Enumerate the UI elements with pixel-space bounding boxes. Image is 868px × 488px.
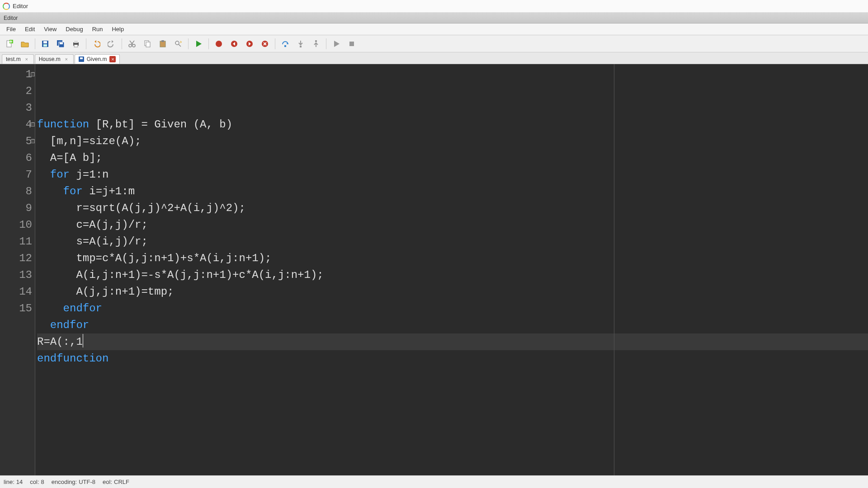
window-title: Editor bbox=[13, 3, 28, 9]
line-number[interactable]: 7 bbox=[0, 166, 32, 183]
line-number[interactable]: 11 bbox=[0, 233, 32, 250]
svg-rect-3 bbox=[43, 41, 47, 43]
line-number[interactable]: 12 bbox=[0, 250, 32, 267]
svg-rect-16 bbox=[161, 40, 164, 42]
save-all-button[interactable] bbox=[54, 37, 67, 51]
paste-button[interactable] bbox=[156, 37, 170, 51]
menu-edit[interactable]: Edit bbox=[20, 24, 39, 34]
cut-button[interactable] bbox=[125, 37, 139, 51]
menu-debug[interactable]: Debug bbox=[61, 24, 87, 34]
close-icon[interactable]: × bbox=[24, 56, 30, 62]
code-line[interactable]: A(j,j:n+1)=tmp; bbox=[37, 283, 868, 300]
tab-house-m[interactable]: House.m× bbox=[35, 54, 74, 64]
find-replace-button[interactable] bbox=[171, 37, 185, 51]
toolbar-separator bbox=[86, 38, 86, 49]
code-line[interactable]: endfunction bbox=[37, 350, 868, 367]
svg-rect-9 bbox=[74, 41, 78, 43]
status-col-value: 8 bbox=[41, 479, 44, 485]
toolbar bbox=[0, 35, 868, 52]
line-number[interactable]: 3 bbox=[0, 99, 32, 116]
code-editor[interactable]: 123456789101112131415 function [R,bt] = … bbox=[0, 64, 868, 475]
tab-label: test.m bbox=[6, 56, 21, 62]
line-number[interactable]: 6 bbox=[0, 150, 32, 166]
menu-view[interactable]: View bbox=[39, 24, 61, 34]
line-number[interactable]: 13 bbox=[0, 267, 32, 283]
code-line[interactable]: function [R,bt] = Given (A, b) bbox=[37, 116, 868, 133]
new-file-button[interactable] bbox=[3, 37, 16, 51]
code-line[interactable]: for j=1:n bbox=[37, 166, 868, 183]
menu-help[interactable]: Help bbox=[107, 24, 128, 34]
line-number[interactable]: 14 bbox=[0, 283, 32, 300]
breakpoint-prev-button[interactable] bbox=[227, 37, 241, 51]
stop-button[interactable] bbox=[345, 37, 359, 51]
code-line[interactable]: endfor bbox=[37, 300, 868, 317]
svg-point-17 bbox=[175, 41, 179, 45]
undo-button[interactable] bbox=[90, 37, 103, 51]
open-file-button[interactable] bbox=[18, 37, 32, 51]
status-eol: eol: CRLF bbox=[103, 479, 129, 485]
menu-file[interactable]: File bbox=[2, 24, 20, 34]
breakpoint-button[interactable] bbox=[212, 37, 226, 51]
line-number[interactable]: 8 bbox=[0, 183, 32, 200]
code-line[interactable]: R=A(:,1 bbox=[37, 333, 868, 350]
fold-marker-icon[interactable] bbox=[31, 139, 35, 143]
line-number[interactable]: 2 bbox=[0, 83, 32, 99]
tab-test-m[interactable]: test.m× bbox=[2, 54, 34, 64]
code-line[interactable]: c=A(j,j)/r; bbox=[37, 216, 868, 233]
fold-marker-icon[interactable] bbox=[31, 122, 35, 127]
close-icon[interactable]: × bbox=[63, 56, 70, 62]
tab-given-m[interactable]: Given.m× bbox=[75, 54, 120, 64]
app-icon bbox=[3, 3, 10, 10]
code-line[interactable]: s=A(i,j)/r; bbox=[37, 233, 868, 250]
line-number[interactable]: 1 bbox=[0, 66, 32, 83]
code-line[interactable]: r=sqrt(A(j,j)^2+A(i,j)^2); bbox=[37, 200, 868, 216]
continue-button[interactable] bbox=[330, 37, 343, 51]
code-line[interactable]: for i=j+1:m bbox=[37, 183, 868, 200]
code-line[interactable]: A(i,j:n+1)=-s*A(j,j:n+1)+c*A(i,j:n+1); bbox=[37, 267, 868, 283]
code-area[interactable]: function [R,bt] = Given (A, b) [m,n]=siz… bbox=[35, 64, 868, 475]
window-title-bar: Editor bbox=[0, 0, 868, 13]
copy-button[interactable] bbox=[141, 37, 154, 51]
code-line[interactable]: endfor bbox=[37, 317, 868, 333]
run-button[interactable] bbox=[192, 37, 205, 51]
code-line[interactable]: A=[A b]; bbox=[37, 150, 868, 166]
svg-rect-25 bbox=[349, 42, 354, 46]
dock-title: Editor bbox=[4, 15, 18, 21]
save-icon bbox=[79, 56, 84, 62]
svg-rect-22 bbox=[284, 45, 286, 47]
step-over-button[interactable] bbox=[278, 37, 292, 51]
dock-header[interactable]: Editor bbox=[0, 13, 868, 23]
toolbar-separator bbox=[122, 38, 122, 49]
status-col: col: 8 bbox=[30, 479, 44, 485]
svg-point-18 bbox=[216, 41, 222, 47]
redo-button[interactable] bbox=[105, 37, 118, 51]
line-number[interactable]: 15 bbox=[0, 300, 32, 317]
svg-rect-14 bbox=[146, 42, 150, 47]
toolbar-separator bbox=[326, 38, 326, 49]
status-col-label: col: bbox=[30, 479, 39, 485]
tab-bar: test.m×House.m×Given.m× bbox=[0, 52, 868, 64]
toolbar-separator bbox=[275, 38, 275, 49]
status-encoding-value: UTF-8 bbox=[79, 479, 95, 485]
line-number[interactable]: 4 bbox=[0, 116, 32, 133]
svg-rect-4 bbox=[43, 44, 47, 47]
column-ruler bbox=[614, 64, 614, 475]
toolbar-separator bbox=[188, 38, 189, 49]
line-number[interactable]: 9 bbox=[0, 200, 32, 216]
fold-marker-icon[interactable] bbox=[31, 72, 35, 76]
close-icon[interactable]: × bbox=[109, 56, 116, 62]
print-button[interactable] bbox=[69, 37, 83, 51]
menu-run[interactable]: Run bbox=[88, 24, 108, 34]
step-into-button[interactable] bbox=[294, 37, 307, 51]
tab-label: House.m bbox=[39, 56, 61, 62]
step-out-button[interactable] bbox=[309, 37, 323, 51]
breakpoint-next-button[interactable] bbox=[243, 37, 256, 51]
save-button[interactable] bbox=[38, 37, 52, 51]
svg-rect-23 bbox=[300, 46, 302, 47]
line-number[interactable]: 10 bbox=[0, 216, 32, 233]
status-line-value: 14 bbox=[16, 479, 23, 485]
breakpoint-clear-button[interactable] bbox=[258, 37, 272, 51]
code-line[interactable]: [m,n]=size(A); bbox=[37, 133, 868, 150]
line-number[interactable]: 5 bbox=[0, 133, 32, 150]
code-line[interactable]: tmp=c*A(j,j:n+1)+s*A(i,j:n+1); bbox=[37, 250, 868, 267]
